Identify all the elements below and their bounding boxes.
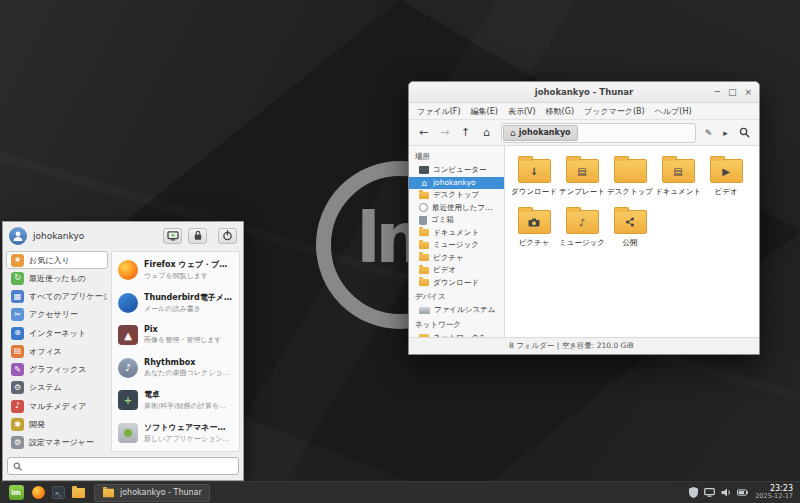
sidebar-item-recent[interactable]: 最近使用したファイル bbox=[409, 202, 504, 215]
system-tray bbox=[689, 487, 748, 498]
window-titlebar[interactable]: johokankyo - Thunar ─ □ × bbox=[409, 82, 759, 103]
task-button-thunar[interactable]: johokankyo - Thunar bbox=[94, 484, 210, 502]
lock-screen-button[interactable] bbox=[163, 228, 182, 244]
sidebar-item-downloads[interactable]: ダウンロード bbox=[409, 277, 504, 290]
search-input[interactable] bbox=[26, 458, 233, 474]
update-shield-icon[interactable] bbox=[689, 487, 698, 498]
thunar-window: johokankyo - Thunar ─ □ × ファイル(F) 編集(E) … bbox=[408, 81, 760, 355]
firefox-icon bbox=[32, 486, 45, 499]
favorite-software-manager[interactable]: ソフトウェアマネージャー 新しいアプリケーションをインスト... bbox=[114, 417, 237, 450]
network-icon[interactable] bbox=[704, 488, 715, 497]
folder-videos[interactable]: ▶ ビデオ bbox=[702, 154, 750, 197]
folder-downloads[interactable]: ↓ ダウンロード bbox=[510, 154, 558, 197]
up-button[interactable]: ↑ bbox=[456, 123, 475, 142]
folder-templates[interactable]: ▤ テンプレート bbox=[558, 154, 606, 197]
logout-button[interactable] bbox=[188, 228, 207, 244]
window-title: johokankyo - Thunar bbox=[409, 82, 759, 103]
volume-icon[interactable] bbox=[721, 488, 731, 497]
file-view[interactable]: ↓ ダウンロード ▤ テンプレート デスクトップ ▤ ドキュメント ▶ ビ bbox=[505, 146, 759, 337]
graphics-icon: ✎ bbox=[11, 363, 24, 376]
folder-icon bbox=[419, 242, 429, 249]
download-emblem-icon: ↓ bbox=[519, 160, 550, 182]
category-office[interactable]: ▤ オフィス bbox=[6, 342, 108, 360]
close-button[interactable]: × bbox=[744, 88, 752, 97]
menu-bookmarks[interactable]: ブックマーク(B) bbox=[584, 106, 645, 117]
forward-button[interactable]: → bbox=[435, 123, 454, 142]
mint-menu-icon: lm bbox=[9, 485, 24, 500]
music-emblem-icon: ♪ bbox=[567, 211, 598, 233]
user-icon bbox=[12, 230, 24, 242]
menu-file[interactable]: ファイル(F) bbox=[417, 106, 461, 117]
home-button[interactable]: ⌂ bbox=[477, 123, 496, 142]
rhythmbox-icon: ♪ bbox=[118, 358, 138, 378]
folder-music[interactable]: ♪ ミュージック bbox=[558, 205, 606, 248]
category-accessories[interactable]: ✂ アクセサリー bbox=[6, 306, 108, 324]
sidebar-item-trash[interactable]: ゴミ箱 bbox=[409, 214, 504, 227]
back-button[interactable]: ← bbox=[414, 123, 433, 142]
folder-icon bbox=[419, 229, 429, 236]
favorites-list: Firefox ウェブ・ブラウザ ウェブを閲覧します Thunderbird電子… bbox=[111, 251, 240, 452]
menu-go[interactable]: 移動(G) bbox=[546, 106, 574, 117]
menu-view[interactable]: 表示(V) bbox=[508, 106, 536, 117]
category-internet[interactable]: ⊕ インターネット bbox=[6, 324, 108, 342]
edit-path-button[interactable]: ✎ bbox=[701, 123, 716, 142]
camera-emblem-icon bbox=[519, 211, 550, 233]
category-recent[interactable]: ↻ 最近使ったもの bbox=[6, 269, 108, 287]
menu-button[interactable]: lm bbox=[4, 484, 28, 502]
folder-icon: ▤ bbox=[566, 159, 599, 183]
folder-documents[interactable]: ▤ ドキュメント bbox=[654, 154, 702, 197]
battery-icon[interactable] bbox=[737, 489, 748, 496]
category-development[interactable]: ✱ 開発 bbox=[6, 415, 108, 433]
category-settings-manager[interactable]: ⚙ 設定マネージャー bbox=[6, 434, 108, 452]
task-label: johokankyo - Thunar bbox=[120, 488, 202, 497]
maximize-button[interactable]: □ bbox=[728, 88, 737, 97]
path-segment-current[interactable]: ⌂ johokankyo bbox=[503, 125, 578, 141]
user-avatar[interactable] bbox=[9, 227, 27, 245]
power-button[interactable] bbox=[218, 228, 237, 244]
terminal-icon: >_ bbox=[52, 486, 65, 499]
category-system[interactable]: ⚙ システム bbox=[6, 379, 108, 397]
favorite-firefox[interactable]: Firefox ウェブ・ブラウザ ウェブを閲覧します bbox=[114, 254, 237, 287]
software-manager-icon bbox=[118, 423, 138, 443]
sidebar-item-computer[interactable]: コンピューター bbox=[409, 164, 504, 177]
category-favorites[interactable]: ★ お気に入り bbox=[6, 251, 108, 269]
files-launcher[interactable] bbox=[68, 484, 88, 502]
home-icon: ⌂ bbox=[510, 128, 516, 138]
thunderbird-icon bbox=[118, 293, 138, 313]
sidebar-item-filesystem[interactable]: ファイルシステム bbox=[409, 304, 504, 317]
folder-desktop[interactable]: デスクトップ bbox=[606, 154, 654, 197]
menu-help[interactable]: ヘルプ(H) bbox=[655, 106, 692, 117]
search-box[interactable] bbox=[7, 457, 239, 475]
clock[interactable]: 23:23 2025-12-17 bbox=[755, 484, 793, 501]
sidebar-item-pictures[interactable]: ピクチャ bbox=[409, 252, 504, 265]
expand-button[interactable]: ▸ bbox=[718, 123, 733, 142]
sidebar-item-music[interactable]: ミュージック bbox=[409, 239, 504, 252]
menu-edit[interactable]: 編集(E) bbox=[471, 106, 498, 117]
favorite-rhythmbox[interactable]: ♪ Rhythmbox あなたの楽曲コレクションを再生... bbox=[114, 352, 237, 385]
sidebar-item-home[interactable]: ⌂ johokankyo bbox=[409, 177, 504, 190]
path-bar[interactable]: ⌂ johokankyo bbox=[501, 123, 696, 143]
terminal-launcher[interactable]: >_ bbox=[48, 484, 68, 502]
minimize-button[interactable]: ─ bbox=[715, 88, 720, 97]
sidebar-item-desktop[interactable]: デスクトップ bbox=[409, 189, 504, 202]
office-icon: ▤ bbox=[11, 345, 24, 358]
video-emblem-icon: ▶ bbox=[711, 160, 742, 182]
folder-public[interactable]: 公開 bbox=[606, 205, 654, 248]
favorite-pix[interactable]: ▲ Pix 画像を整理・管理します bbox=[114, 319, 237, 352]
sidebar-item-videos[interactable]: ビデオ bbox=[409, 264, 504, 277]
category-graphics[interactable]: ✎ グラフィックス bbox=[6, 361, 108, 379]
favorite-thunderbird[interactable]: Thunderbird電子メールクライア... メールの読み書き bbox=[114, 287, 237, 320]
category-multimedia[interactable]: ♪ マルチメディア bbox=[6, 397, 108, 415]
sidebar: 場所 コンピューター ⌂ johokankyo デスクトップ 最近使用したファイ… bbox=[409, 146, 505, 337]
category-all-applications[interactable]: ▦ すべてのアプリケーション bbox=[6, 288, 108, 306]
search-icon bbox=[13, 462, 22, 471]
recent-icon: ↻ bbox=[11, 272, 24, 285]
firefox-launcher[interactable] bbox=[28, 484, 48, 502]
search-button[interactable] bbox=[735, 123, 754, 142]
search-icon bbox=[739, 127, 750, 138]
favorite-calculator[interactable]: + 電卓 算術/科学/財務の計算を行います bbox=[114, 384, 237, 417]
sidebar-item-documents[interactable]: ドキュメント bbox=[409, 227, 504, 240]
folder-icon bbox=[419, 192, 429, 199]
folder-pictures[interactable]: ピクチャ bbox=[510, 205, 558, 248]
sidebar-header-devices: デバイス bbox=[409, 289, 504, 304]
